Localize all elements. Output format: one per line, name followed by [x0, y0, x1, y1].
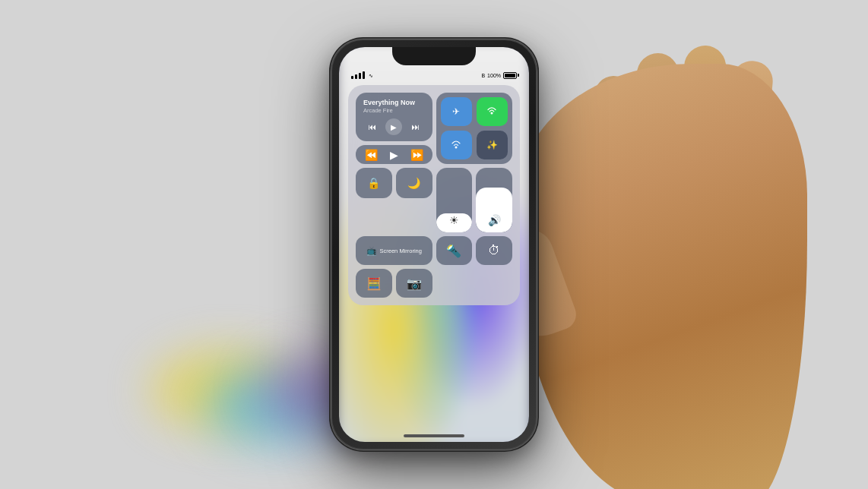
calculator-button[interactable]: 🧮 [356, 269, 392, 298]
cc-grid: ✈ [356, 93, 512, 298]
flashlight-button[interactable]: 🔦 [436, 236, 473, 265]
battery-fill [505, 74, 515, 77]
signal-bar-4 [363, 71, 365, 79]
brightness-icon: ☀ [449, 214, 459, 226]
wifi-button[interactable] [441, 131, 472, 159]
signal-bar-1 [351, 76, 353, 79]
cellular-icon [486, 106, 497, 118]
media-transport-bar: ⏪ ▶ ⏩ [356, 145, 432, 164]
airplane-mode-button[interactable]: ✈ [441, 97, 472, 126]
do-not-disturb-icon: 🌙 [407, 177, 420, 189]
music-card: Everything Now Arcade Fire ⏮ ▶ ⏭ [356, 93, 432, 141]
control-center: ✈ [348, 85, 520, 305]
scene: ∿ B 100% ✈ [0, 0, 868, 489]
battery-icon [503, 72, 517, 79]
screen-mirroring-icon: 📺 [366, 246, 377, 256]
bluetooth-status: B [480, 73, 485, 78]
portrait-lock-icon: 🔒 [367, 177, 380, 189]
screen-mirroring-label: Screen Mirroring [380, 248, 422, 254]
wifi-icon: ∿ [369, 73, 373, 79]
battery-percent-text: 100% [487, 73, 501, 78]
camera-button[interactable]: 📷 [396, 269, 432, 298]
fast-forward-button[interactable]: ⏩ [410, 149, 423, 161]
volume-slider[interactable]: 🔊 [476, 168, 512, 232]
signal-bar-2 [355, 74, 357, 79]
svg-point-0 [491, 112, 493, 114]
next-button[interactable]: ⏭ [411, 122, 420, 131]
music-controls: ⏮ ▶ ⏭ [363, 118, 425, 135]
calculator-icon: 🧮 [366, 276, 382, 291]
song-title: Everything Now [363, 99, 425, 107]
bluetooth-button[interactable]: ✨ [477, 131, 508, 159]
airplane-icon: ✈ [452, 106, 460, 117]
volume-icon: 🔊 [488, 214, 501, 226]
portrait-lock-button[interactable]: 🔒 [356, 168, 392, 198]
brightness-slider[interactable]: ☀ [436, 168, 473, 232]
connectivity-block: ✈ [436, 93, 513, 164]
svg-point-1 [455, 146, 458, 148]
rewind-button[interactable]: ⏪ [365, 149, 378, 161]
iphone-notch [392, 47, 476, 65]
wifi-icon-btn [451, 139, 461, 152]
camera-icon: 📷 [407, 276, 422, 291]
cellular-button[interactable] [477, 97, 508, 126]
flashlight-icon: 🔦 [446, 244, 461, 258]
prev-button[interactable]: ⏮ [368, 122, 376, 131]
play-pause-button[interactable]: ▶ [390, 149, 398, 161]
screen-mirroring-button[interactable]: 📺 Screen Mirroring [356, 236, 432, 265]
home-indicator[interactable] [404, 434, 464, 437]
timer-icon: ⏱ [488, 244, 500, 257]
song-artist: Arcade Fire [363, 107, 425, 114]
status-bar: ∿ B 100% [351, 68, 517, 82]
signal-bar-3 [359, 73, 361, 79]
iphone-x: ∿ B 100% ✈ [331, 39, 537, 450]
status-right: B 100% [480, 72, 517, 79]
bluetooth-icon: ✨ [486, 140, 498, 150]
do-not-disturb-button[interactable]: 🌙 [396, 168, 432, 198]
play-button[interactable]: ▶ [385, 118, 402, 135]
timer-button[interactable]: ⏱ [476, 236, 512, 265]
iphone-screen: ∿ B 100% ✈ [339, 47, 529, 442]
signal-bars: ∿ [351, 71, 373, 79]
